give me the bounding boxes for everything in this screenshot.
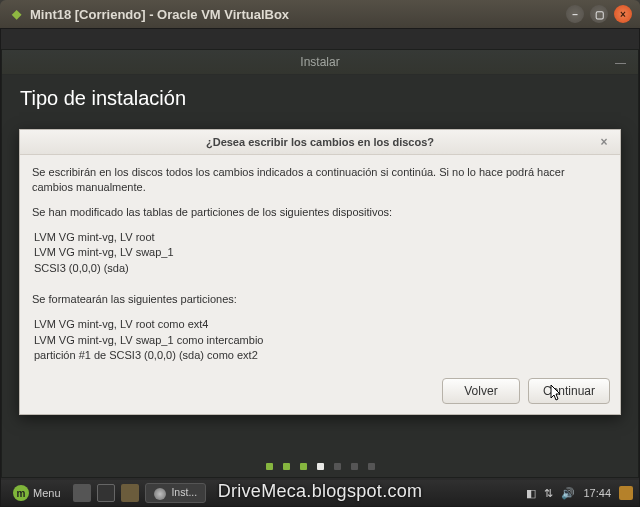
installer-titlebar: Instalar —: [2, 50, 638, 75]
step-dot: [283, 463, 290, 470]
dialog-close-icon[interactable]: ×: [596, 134, 612, 150]
step-dot: [368, 463, 375, 470]
dialog-intro: Se escribirán en los discos todos los ca…: [32, 165, 608, 195]
changed-devices-label: Se han modificado las tablas de particio…: [32, 205, 608, 220]
step-dot: [317, 463, 324, 470]
disc-icon: [154, 488, 166, 500]
start-menu-button[interactable]: m Menu: [7, 483, 67, 503]
minimize-button[interactable]: –: [566, 5, 584, 23]
installer-title: Instalar: [300, 55, 339, 69]
step-dot: [351, 463, 358, 470]
taskbar-window-button[interactable]: Inst...: [145, 483, 207, 502]
vbox-titlebar: ◆ Mint18 [Corriendo] - Oracle VM Virtual…: [0, 0, 640, 28]
changed-device-item: LVM VG mint-vg, LV root: [34, 230, 608, 245]
tray-volume-icon[interactable]: 🔊: [561, 487, 575, 500]
changed-device-item: SCSI3 (0,0,0) (sda): [34, 261, 608, 276]
tray-network-icon[interactable]: ⇅: [544, 487, 553, 500]
vm-screen: Instalar — Tipo de instalación En este e…: [0, 28, 640, 507]
format-partition-item: LVM VG mint-vg, LV swap_1 como intercamb…: [34, 333, 608, 348]
mint-icon: ◆: [8, 6, 24, 22]
maximize-button[interactable]: ▢: [590, 5, 608, 23]
mint-logo-icon: m: [13, 485, 29, 501]
confirm-dialog: ¿Desea escribir los cambios en los disco…: [19, 129, 621, 415]
step-dot: [266, 463, 273, 470]
terminal-icon[interactable]: [97, 484, 115, 502]
tray-notification-icon[interactable]: [619, 486, 633, 500]
tray-clock[interactable]: 17:44: [583, 487, 611, 499]
step-dot: [334, 463, 341, 470]
continue-button[interactable]: Continuar: [528, 378, 610, 404]
format-partitions-label: Se formatearán las siguientes particione…: [32, 292, 608, 307]
changed-device-item: LVM VG mint-vg, LV swap_1: [34, 245, 608, 260]
format-partition-item: LVM VG mint-vg, LV root como ext4: [34, 317, 608, 332]
page-heading: Tipo de instalación: [20, 87, 620, 110]
format-partition-item: partición #1 de SCSI3 (0,0,0) (sda) como…: [34, 348, 608, 363]
dialog-body: Se escribirán en los discos todos los ca…: [20, 155, 620, 370]
progress-dots: [1, 463, 639, 470]
show-desktop-icon[interactable]: [73, 484, 91, 502]
file-manager-icon[interactable]: [121, 484, 139, 502]
back-button[interactable]: Volver: [442, 378, 520, 404]
menu-label: Menu: [33, 487, 61, 499]
taskbar: m Menu Inst... ◧ ⇅ 🔊 17:44: [1, 480, 639, 506]
dialog-title: ¿Desea escribir los cambios en los disco…: [20, 130, 620, 155]
step-dot: [300, 463, 307, 470]
close-button[interactable]: ×: [614, 5, 632, 23]
dialog-footer: Volver Continuar: [20, 370, 620, 414]
installer-minimize-icon[interactable]: —: [615, 56, 626, 68]
vbox-title: Mint18 [Corriendo] - Oracle VM VirtualBo…: [30, 7, 560, 22]
tray-user-icon[interactable]: ◧: [526, 487, 536, 500]
system-tray: ◧ ⇅ 🔊 17:44: [526, 486, 633, 500]
